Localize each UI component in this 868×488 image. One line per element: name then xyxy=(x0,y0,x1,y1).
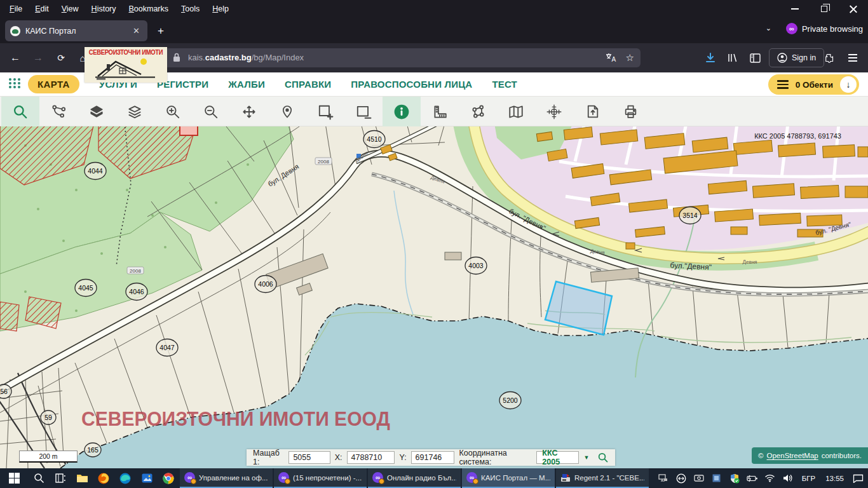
tray-meet-now-icon[interactable] xyxy=(674,468,689,488)
rect-add-tool-button[interactable] xyxy=(306,97,344,126)
tray-wifi-icon[interactable] xyxy=(763,468,778,488)
tray-power-icon[interactable] xyxy=(745,468,760,488)
lock-icon[interactable] xyxy=(173,53,180,65)
chrome-icon[interactable] xyxy=(158,468,179,488)
taskbar-search-button[interactable] xyxy=(28,468,50,488)
layers-solid-tool-button[interactable] xyxy=(78,97,116,126)
map-attribution: © OpenStreetMap contributors. xyxy=(752,447,868,464)
layers-tool-button[interactable] xyxy=(116,97,154,126)
osm-link[interactable]: OpenStreetMap xyxy=(767,452,818,459)
nav-karta-active[interactable]: КАРТА xyxy=(28,75,79,93)
pan-tool-button[interactable] xyxy=(230,97,268,126)
list-tabs-chevron-icon[interactable]: ⌄ xyxy=(766,24,771,32)
reload-button[interactable]: ⟳ xyxy=(54,51,68,65)
tab-kais-portal[interactable]: КАИС Портал ✕ xyxy=(5,20,147,41)
tray-clock[interactable]: 13:55 xyxy=(822,475,848,482)
forward-button[interactable]: → xyxy=(31,51,45,65)
x-label: X: xyxy=(335,453,342,462)
nav-spravki[interactable]: СПРАВКИ xyxy=(285,79,331,90)
translate-icon[interactable]: A xyxy=(606,53,617,63)
nav-test[interactable]: ТЕСТ xyxy=(492,79,517,90)
taskbar-window-2[interactable]: ∞ (15 непрочетени) -... xyxy=(274,468,367,488)
url-bar[interactable]: kais.cadastre.bg/bg/Map/Index A ☆ xyxy=(95,48,641,67)
export-tool-button[interactable] xyxy=(573,97,611,126)
pan-icon xyxy=(241,104,257,120)
close-icon xyxy=(850,5,857,13)
sign-in-button[interactable]: Sign in xyxy=(769,48,824,67)
library-icon[interactable] xyxy=(726,51,740,65)
apps-grid-icon[interactable] xyxy=(8,76,22,93)
share-tool-button[interactable] xyxy=(459,97,497,126)
app-menu-hamburger-icon[interactable] xyxy=(846,51,860,65)
objects-download-button[interactable]: ↓ xyxy=(840,76,857,93)
y-input[interactable]: 691746 xyxy=(411,451,455,464)
menu-tools[interactable]: Tools xyxy=(175,2,205,16)
file-explorer-icon[interactable] xyxy=(71,468,93,488)
zoom-in-tool-button[interactable] xyxy=(154,97,192,126)
menu-edit[interactable]: Edit xyxy=(29,2,55,16)
tray-volume-icon[interactable] xyxy=(780,468,796,488)
action-center-icon[interactable] xyxy=(850,468,865,488)
rect-subtract-tool-button[interactable] xyxy=(344,97,383,126)
svg-text:2008: 2008 xyxy=(318,159,329,165)
tray-snip-icon[interactable] xyxy=(691,468,707,488)
axes-tool-button[interactable] xyxy=(535,97,573,126)
menu-history[interactable]: History xyxy=(86,2,122,16)
search-tool-button[interactable] xyxy=(1,97,39,126)
menu-view[interactable]: View xyxy=(56,2,85,16)
downloads-icon[interactable] xyxy=(703,51,717,65)
map-fold-icon xyxy=(508,104,524,120)
private-browsing-badge: ∞ Private browsing xyxy=(786,23,863,34)
site-favicon xyxy=(10,26,20,36)
edge-icon[interactable] xyxy=(114,468,136,488)
location-tool-button[interactable] xyxy=(268,97,306,126)
crs-select[interactable]: ККС 2005 xyxy=(536,451,579,464)
menu-file[interactable]: File xyxy=(4,2,28,16)
print-tool-button[interactable] xyxy=(611,97,649,126)
start-button[interactable] xyxy=(0,468,28,488)
info-tool-button[interactable] xyxy=(383,97,421,126)
new-tab-button[interactable]: + xyxy=(153,23,169,39)
scale-input[interactable]: 5055 xyxy=(288,451,330,464)
restore-button[interactable] xyxy=(810,0,839,18)
status-search-icon[interactable] xyxy=(597,451,609,464)
zoom-out-tool-button[interactable] xyxy=(192,97,230,126)
firefox-icon[interactable] xyxy=(93,468,114,488)
menu-bookmarks[interactable]: Bookmarks xyxy=(123,2,175,16)
bookmark-star-icon[interactable]: ☆ xyxy=(626,52,634,64)
map-viewport[interactable]: 2008 2008 бул. Девня бул. "Девня" бул."Д… xyxy=(0,126,868,468)
tray-device-icon[interactable] xyxy=(656,468,671,488)
tray-security-shield-icon[interactable] xyxy=(727,468,742,488)
photos-app-icon[interactable] xyxy=(136,468,158,488)
taskbar-window-4-active[interactable]: ∞ КАИС Портал — M... xyxy=(462,468,555,488)
map-tool-button[interactable] xyxy=(497,97,535,126)
taskbar-window-5[interactable]: Regent 2.1 - "СЕВЕ... xyxy=(556,468,649,488)
private-browsing-label: Private browsing xyxy=(802,24,863,34)
taskbar-window-1[interactable]: ∞ Управление на оф... xyxy=(180,468,273,488)
menu-help[interactable]: Help xyxy=(207,2,234,16)
taskbar-window-3[interactable]: ∞ Онлайн радио Бъл... xyxy=(368,468,461,488)
topology-tool-button[interactable] xyxy=(39,97,78,126)
extensions-puzzle-icon[interactable] xyxy=(822,51,836,65)
tab-close-icon[interactable]: ✕ xyxy=(130,25,142,37)
tray-app-icon[interactable] xyxy=(709,468,724,488)
x-input[interactable]: 4788710 xyxy=(347,451,395,464)
rect-add-icon xyxy=(317,104,334,120)
layers-solid-icon xyxy=(88,104,105,120)
agency-house-icon xyxy=(93,56,159,80)
objects-pill[interactable]: 0 Обекти ↓ xyxy=(768,74,859,95)
measure-tool-button[interactable] xyxy=(421,97,459,126)
nav-zhalbi[interactable]: ЖАЛБИ xyxy=(228,79,265,90)
layers-icon xyxy=(126,104,143,120)
window-title: Regent 2.1 - "СЕВЕ... xyxy=(574,474,644,482)
sidebar-icon[interactable] xyxy=(748,51,762,65)
minimize-button[interactable] xyxy=(780,0,810,18)
tray-language[interactable]: БГР xyxy=(798,475,819,482)
back-button[interactable]: ← xyxy=(8,51,22,65)
close-button[interactable] xyxy=(839,0,868,18)
crs-dropdown-arrow-icon[interactable]: ▼ xyxy=(583,454,589,461)
search-icon xyxy=(12,104,29,120)
task-view-button[interactable] xyxy=(50,468,71,488)
tab-bar: КАИС Портал ✕ + ⌄ ∞ Private browsing xyxy=(0,18,868,43)
nav-pravosposobni-litsa[interactable]: ПРАВОСПОСОБНИ ЛИЦА xyxy=(351,79,472,90)
